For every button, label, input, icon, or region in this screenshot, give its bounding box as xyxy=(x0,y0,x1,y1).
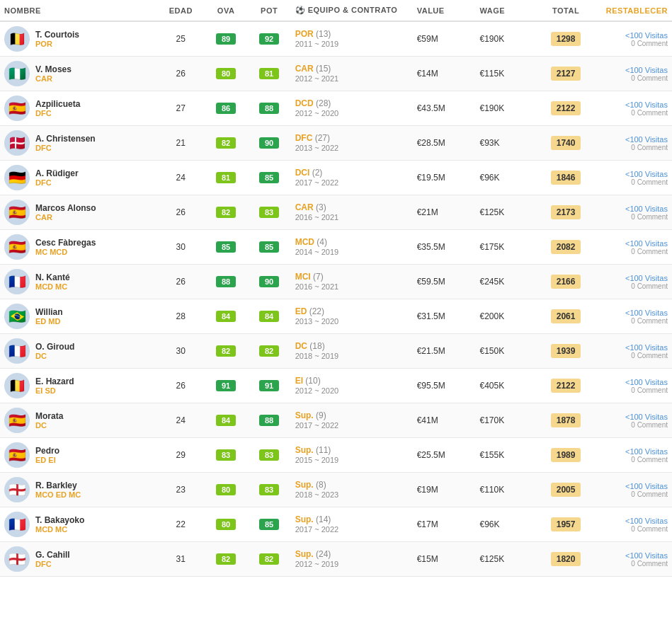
player-restore[interactable]: <100 Visitas 0 Comment xyxy=(593,195,672,230)
player-wage: €96K xyxy=(475,507,538,542)
contract-position: MCI (7) xyxy=(295,272,324,282)
player-contract: CAR (15) 2012 ~ 2021 xyxy=(291,57,413,91)
player-restore[interactable]: <100 Visitas 0 Comment xyxy=(593,299,672,334)
total-badge: 1298 xyxy=(551,32,581,46)
player-restore[interactable]: <100 Visitas 0 Comment xyxy=(593,334,672,369)
contract-years: 2017 ~ 2022 xyxy=(295,525,338,534)
player-total: 2082 xyxy=(538,230,593,265)
player-cell-3: 🇩🇰 A. Christensen DFC xyxy=(0,126,157,161)
comment-count: 0 Comment xyxy=(598,248,668,255)
player-wage: €405K xyxy=(475,369,538,403)
restore-link[interactable]: <100 Visitas xyxy=(598,31,668,40)
player-name: V. Moses xyxy=(35,64,72,74)
avatar: 🏴󠁧󠁢󠁥󠁮󠁧󠁿 xyxy=(4,477,30,502)
comment-count: 0 Comment xyxy=(598,386,668,394)
comment-count: 0 Comment xyxy=(598,352,668,359)
contract-years: 2018 ~ 2023 xyxy=(295,490,338,499)
player-restore[interactable]: <100 Visitas 0 Comment xyxy=(593,369,672,403)
pot-badge: 85 xyxy=(259,519,279,530)
contract-years: 2013 ~ 2020 xyxy=(295,317,338,326)
player-pot: 90 xyxy=(248,265,291,299)
player-age: 26 xyxy=(157,195,205,230)
player-restore[interactable]: <100 Visitas 0 Comment xyxy=(593,161,672,195)
player-restore[interactable]: <100 Visitas 0 Comment xyxy=(593,473,672,507)
player-contract: Sup. (9) 2017 ~ 2022 xyxy=(291,403,413,438)
player-restore[interactable]: <100 Visitas 0 Comment xyxy=(593,507,672,542)
contract-years: 2012 ~ 2020 xyxy=(295,109,338,117)
restore-link[interactable]: <100 Visitas xyxy=(598,378,668,386)
player-ova: 86 xyxy=(205,91,248,126)
comment-count: 0 Comment xyxy=(598,282,668,290)
player-restore[interactable]: <100 Visitas 0 Comment xyxy=(593,126,672,161)
table-row: 🏴󠁧󠁢󠁥󠁮󠁧󠁿 G. Cahill DFC 31 82 82 Sup. (24)… xyxy=(0,542,672,577)
player-position: CAR xyxy=(35,213,96,222)
player-age: 26 xyxy=(157,57,205,91)
pot-badge: 82 xyxy=(259,345,279,357)
player-wage: €93K xyxy=(475,126,538,161)
player-value: €19.5M xyxy=(413,161,476,195)
header-wage: WAGE xyxy=(475,0,538,21)
player-value: €59.5M xyxy=(413,265,476,299)
table-row: 🇪🇸 Morata DC 24 84 88 Sup. (9) 2017 ~ 20… xyxy=(0,403,672,438)
player-value: €28.5M xyxy=(413,126,476,161)
player-ova: 80 xyxy=(205,473,248,507)
player-restore[interactable]: <100 Visitas 0 Comment xyxy=(593,21,672,57)
player-age: 21 xyxy=(157,126,205,161)
player-value: €15M xyxy=(413,542,476,577)
contract-position: Sup. (24) xyxy=(295,549,331,559)
player-name: Willian xyxy=(35,307,63,317)
restore-link[interactable]: <100 Visitas xyxy=(598,274,668,282)
restore-link[interactable]: <100 Visitas xyxy=(598,239,668,248)
player-cell-12: 🇪🇸 Pedro ED EI xyxy=(0,438,157,473)
restore-link[interactable]: <100 Visitas xyxy=(598,135,668,144)
restore-link[interactable]: <100 Visitas xyxy=(598,66,668,74)
player-cell-2: 🇪🇸 Azpilicueta DFC xyxy=(0,91,157,126)
player-restore[interactable]: <100 Visitas 0 Comment xyxy=(593,230,672,265)
table-row: 🇪🇸 Marcos Alonso CAR 26 82 83 CAR (3) 20… xyxy=(0,195,672,230)
contract-years: 2017 ~ 2022 xyxy=(295,178,338,187)
restore-link[interactable]: <100 Visitas xyxy=(598,551,668,560)
avatar: 🇩🇰 xyxy=(4,130,30,156)
player-restore[interactable]: <100 Visitas 0 Comment xyxy=(593,403,672,438)
player-restore[interactable]: <100 Visitas 0 Comment xyxy=(593,57,672,91)
ova-badge: 85 xyxy=(216,241,236,253)
player-total: 2122 xyxy=(538,91,593,126)
player-position: DC xyxy=(35,421,63,430)
player-restore[interactable]: <100 Visitas 0 Comment xyxy=(593,91,672,126)
restore-link[interactable]: <100 Visitas xyxy=(598,517,668,525)
restore-link[interactable]: <100 Visitas xyxy=(598,100,668,109)
ova-badge: 82 xyxy=(216,345,236,357)
restore-link[interactable]: <100 Visitas xyxy=(598,447,668,456)
player-cell-1: 🇳🇬 V. Moses CAR xyxy=(0,57,157,91)
comment-count: 0 Comment xyxy=(598,178,668,186)
player-wage: €200K xyxy=(475,299,538,334)
player-info: Pedro ED EI xyxy=(35,446,59,464)
restore-link[interactable]: <100 Visitas xyxy=(598,205,668,213)
player-age: 23 xyxy=(157,473,205,507)
player-pot: 83 xyxy=(248,473,291,507)
restore-link[interactable]: <100 Visitas xyxy=(598,309,668,317)
player-ova: 82 xyxy=(205,195,248,230)
player-age: 24 xyxy=(157,403,205,438)
player-info: T. Courtois POR xyxy=(35,30,79,48)
player-position: MCO ED MC xyxy=(35,490,81,499)
restore-link[interactable]: <100 Visitas xyxy=(598,170,668,178)
comment-count: 0 Comment xyxy=(598,421,668,429)
restore-link[interactable]: <100 Visitas xyxy=(598,343,668,352)
contract-position: DC (18) xyxy=(295,341,325,351)
avatar: 🇫🇷 xyxy=(4,338,30,364)
restore-link[interactable]: <100 Visitas xyxy=(598,413,668,421)
player-restore[interactable]: <100 Visitas 0 Comment xyxy=(593,438,672,473)
contract-position: Sup. (8) xyxy=(295,480,326,490)
ova-badge: 82 xyxy=(216,207,236,218)
player-name: G. Cahill xyxy=(35,550,70,560)
ova-badge: 82 xyxy=(216,553,236,565)
player-cell-14: 🇫🇷 T. Bakayoko MCD MC xyxy=(0,507,157,542)
player-pot: 85 xyxy=(248,507,291,542)
player-cell-5: 🇪🇸 Marcos Alonso CAR xyxy=(0,195,157,230)
ova-badge: 80 xyxy=(216,68,236,79)
restore-link[interactable]: <100 Visitas xyxy=(598,482,668,490)
player-restore[interactable]: <100 Visitas 0 Comment xyxy=(593,542,672,577)
player-restore[interactable]: <100 Visitas 0 Comment xyxy=(593,265,672,299)
ova-badge: 88 xyxy=(216,276,236,287)
